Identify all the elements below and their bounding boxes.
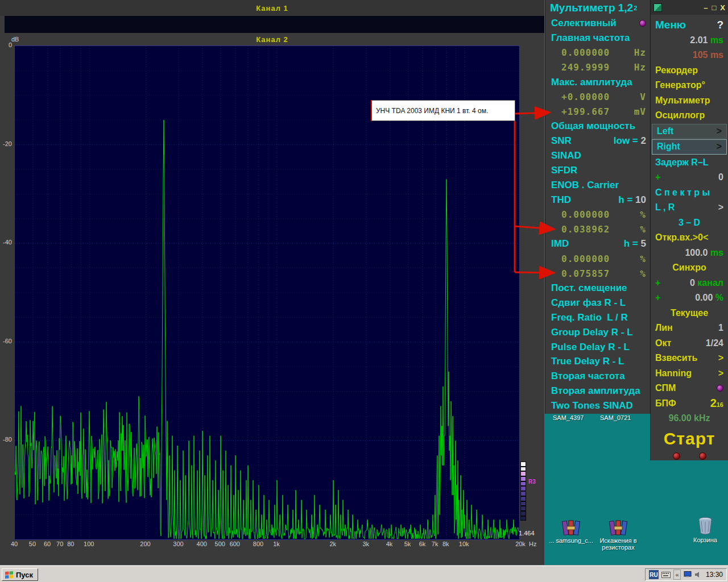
menu-item[interactable]: Лин1	[651, 321, 728, 336]
row-value: h =	[624, 238, 641, 250]
y-tick-label: -60	[0, 338, 12, 344]
row-label: Freq. Ratio L / R	[551, 312, 628, 323]
desktop-screen: Канал 1 Канал 2 dB 0-20-40-60-80 4050607…	[0, 0, 728, 582]
menu-titlebar: – □ X	[651, 0, 728, 15]
windows-logo-icon	[5, 571, 14, 579]
desktop-file-label[interactable]: SAM_4397	[553, 414, 584, 421]
row-label: +	[655, 293, 660, 303]
row-label: Взвесить	[655, 353, 697, 363]
menu-item[interactable]: 100.0 ms	[651, 246, 728, 261]
multimeter-row: SFDR	[545, 163, 650, 178]
row-label: С п е к т р ы	[655, 188, 710, 198]
menu-item[interactable]: Рекордер	[651, 63, 728, 78]
red-led-icon[interactable]	[673, 452, 680, 460]
row-label: 0.000000	[561, 209, 610, 220]
row-label: Вторая частота	[551, 371, 625, 382]
red-led-icon[interactable]	[699, 452, 706, 460]
purple-led-icon[interactable]	[639, 20, 646, 27]
row-label: Лин	[655, 323, 673, 333]
multimeter-row: THDh = 10	[545, 193, 650, 207]
tray-expand-button[interactable]: «	[673, 569, 681, 580]
multimeter-row: 0.038962%	[545, 222, 650, 236]
desktop-icon-archive-2[interactable]: Искажения в резисторах	[593, 519, 643, 551]
palette-swatch	[520, 506, 526, 511]
row-value: 105	[693, 50, 710, 60]
multimeter-row: Group Delay R - L	[545, 325, 650, 340]
menu-item[interactable]: 2.01 ms	[651, 33, 728, 48]
menu-item[interactable]: Окт1/24	[651, 336, 728, 351]
multimeter-row: 249.9999Hz	[545, 60, 650, 75]
desktop-icon-recycle-bin[interactable]: Корзина	[680, 516, 728, 543]
annotation-box: УНЧ TDA 2003 ИМД КНИ 1 вт. 4 ом.	[371, 100, 515, 121]
winrar-icon	[609, 519, 628, 536]
menu-item[interactable]: +0.00 %	[651, 290, 728, 306]
spectrum-trace	[15, 120, 519, 539]
close-button[interactable]: X	[720, 3, 725, 12]
menu-item[interactable]: Старт	[651, 426, 728, 451]
palette-swatch	[520, 496, 526, 501]
row-label: Главная частота	[551, 32, 630, 44]
menu-item[interactable]	[651, 451, 728, 462]
menu-item[interactable]: Осциллогр	[651, 108, 728, 123]
desktop-file-label[interactable]: SAM_0721	[600, 414, 631, 421]
menu-item[interactable]: Мультиметр	[651, 93, 728, 109]
start-button-label: Пуск	[16, 571, 33, 579]
row-value: h =	[618, 194, 635, 206]
start-button[interactable]: Пуск	[2, 568, 38, 581]
menu-item[interactable]: Генератор°	[651, 78, 728, 93]
row-value: 2.01	[690, 35, 710, 45]
row-value: >	[718, 353, 723, 363]
menu-item[interactable]: L , R>	[651, 200, 728, 215]
menu-item[interactable]: СПМ	[651, 381, 728, 396]
row-label: Осциллогр	[655, 110, 705, 120]
multimeter-row: 0.000000%	[545, 207, 650, 222]
menu-item[interactable]: 96.00 kHz	[651, 411, 728, 426]
y-tick-label: 0	[0, 41, 12, 48]
purple-led-icon[interactable]	[717, 385, 723, 392]
desktop-icon-archive-1[interactable]: ... samsung_c...	[546, 519, 596, 544]
row-label: Left	[657, 126, 673, 136]
row-value: 0	[718, 172, 723, 182]
clock[interactable]: 13:30	[706, 571, 723, 579]
menu-item[interactable]: Взвесить>	[651, 351, 728, 366]
menu-item[interactable]: Текущее	[651, 306, 728, 321]
multimeter-row: +0.00000V	[545, 89, 650, 104]
menu-item[interactable]: +0	[651, 170, 728, 185]
menu-item[interactable]: 105 ms	[651, 48, 728, 63]
menu-item[interactable]: Задерж R–L	[651, 155, 728, 171]
menu-item[interactable]: 3 – D	[651, 215, 728, 231]
menu-item[interactable]: Синхро	[651, 260, 728, 276]
menu-item[interactable]: С п е к т р ы	[651, 185, 728, 201]
restore-button[interactable]: □	[712, 3, 716, 12]
x-tick-label: 60	[44, 541, 51, 547]
multimeter-row[interactable]: Селективный	[545, 16, 650, 31]
menu-item[interactable]: Hanning>	[651, 366, 728, 381]
palette-swatch	[520, 462, 526, 467]
language-indicator[interactable]: RU	[649, 570, 659, 579]
multimeter-row: 0.000000Hz	[545, 45, 650, 60]
multimeter-panel: Мультиметр 1,22 СелективныйГлавная часто…	[545, 0, 650, 414]
volume-icon[interactable]	[694, 571, 701, 578]
row-value: ms	[710, 35, 723, 45]
multimeter-row: IMDh = 5	[545, 236, 650, 251]
row-value: %	[640, 209, 646, 220]
menu-item[interactable]: БПФ216	[651, 396, 728, 411]
x-tick-label: 8k	[442, 541, 449, 547]
menu-item[interactable]: Откр.вх.>0<	[651, 230, 728, 246]
minimize-button[interactable]: –	[704, 3, 708, 12]
menu-item[interactable]: Меню?	[651, 18, 728, 33]
row-value: >	[717, 142, 722, 152]
multimeter-readouts: СелективныйГлавная частота0.000000Hz249.…	[545, 16, 650, 413]
menu-item[interactable]: +0 канал	[651, 276, 728, 291]
scale-readout: 1.464	[519, 530, 535, 537]
display-settings-icon[interactable]	[684, 571, 692, 578]
menu-item[interactable]: Left>	[652, 124, 727, 139]
row-value: 0.00	[695, 293, 715, 303]
analyzer-window: Канал 1 Канал 2 dB 0-20-40-60-80 4050607…	[0, 0, 544, 566]
x-tick-label: 5k	[404, 541, 411, 547]
row-value: ms	[710, 248, 723, 258]
multimeter-title-sup: 2	[634, 5, 637, 11]
row-label: Задерж R–L	[655, 157, 709, 168]
keyboard-icon[interactable]	[661, 572, 671, 578]
menu-item[interactable]: Right>	[652, 139, 727, 155]
